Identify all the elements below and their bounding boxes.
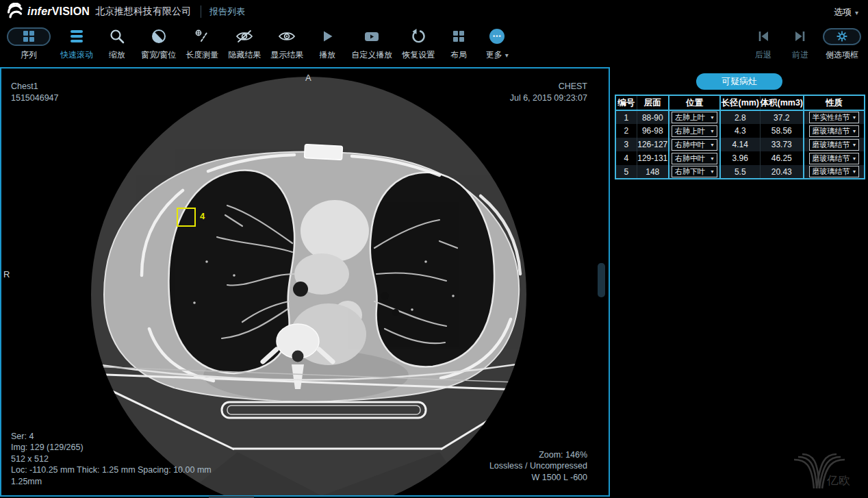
tool-window-level[interactable]: 窗宽/窗位 bbox=[141, 27, 176, 61]
dropdown-arrow-icon: ▼ bbox=[710, 142, 715, 147]
patient-name: Chest1 bbox=[11, 81, 59, 92]
magnifier-icon bbox=[109, 28, 125, 45]
title-bar: inferVISION 北京推想科技有限公司 报告列表 选项 ▾ bbox=[0, 0, 868, 23]
table-header-row: 编号 层面 位置 长径(mm) 体积(mm3) 性质 bbox=[615, 95, 865, 110]
ct-viewport[interactable]: Chest1 1515046947 CHEST Jul 6, 2015 09:2… bbox=[0, 67, 610, 497]
series-number: Ser: 4 bbox=[11, 431, 212, 443]
report-list-link[interactable]: 报告列表 bbox=[209, 5, 245, 18]
video-play-icon bbox=[363, 28, 381, 45]
render-info-overlay: Zoom: 146% Lossless / Uncompressed W 150… bbox=[489, 449, 587, 484]
nature-dropdown[interactable]: 磨玻璃结节▼ bbox=[809, 166, 860, 177]
toolbar-right: 后退 前进 bbox=[749, 27, 861, 61]
dropdown-arrow-icon: ▼ bbox=[710, 156, 715, 161]
dropdown-arrow-icon: ▼ bbox=[852, 142, 857, 147]
lesion-table: 编号 层面 位置 长径(mm) 体积(mm3) 性质 1 88-90 左肺上叶▼… bbox=[615, 95, 865, 179]
header-nature: 性质 bbox=[804, 95, 865, 110]
nature-dropdown[interactable]: 半实性结节▼ bbox=[809, 112, 860, 123]
slice-thickness: 1.25mm bbox=[11, 476, 212, 488]
lesion-roi-label: 4 bbox=[200, 211, 205, 221]
table-row[interactable]: 3 126-127 右肺中叶▼ 4.14 33.73 磨玻璃结节▼ bbox=[615, 138, 865, 151]
skip-back-icon bbox=[756, 29, 771, 44]
tool-play[interactable]: 播放 bbox=[313, 27, 342, 61]
dropdown-arrow-icon: ▼ bbox=[852, 115, 857, 120]
table-row[interactable]: 2 96-98 右肺上叶▼ 4.3 58.56 磨玻璃结节▼ bbox=[615, 124, 865, 138]
tool-layout[interactable]: 布局 bbox=[444, 27, 473, 61]
location-dropdown[interactable]: 右肺中叶▼ bbox=[672, 139, 717, 151]
patient-info-overlay: Chest1 1515046947 bbox=[11, 81, 59, 103]
grid-icon bbox=[23, 31, 34, 42]
nature-dropdown[interactable]: 磨玻璃结节▼ bbox=[809, 139, 860, 151]
tool-show-results[interactable]: 显示结果 bbox=[270, 27, 303, 61]
gear-icon bbox=[836, 30, 848, 42]
scroll-bars-icon bbox=[71, 30, 83, 42]
chevron-down-icon: ▾ bbox=[855, 9, 858, 16]
header-id: 编号 bbox=[615, 95, 637, 110]
image-number: Img: 129 (129/265) bbox=[11, 442, 212, 453]
tool-forward[interactable]: 前进 bbox=[786, 27, 815, 61]
viewport-scrollbar-thumb[interactable] bbox=[598, 263, 605, 297]
toolbar: 序列 快速滚动 缩放 窗宽/窗位 bbox=[0, 23, 868, 67]
eye-icon bbox=[277, 28, 296, 45]
header-slice: 层面 bbox=[637, 95, 669, 110]
yiou-logo-icon: 亿欧 bbox=[791, 450, 857, 490]
measure-icon bbox=[193, 28, 211, 45]
study-datetime: Jul 6, 2015 09:23:07 bbox=[510, 92, 587, 104]
header-location: 位置 bbox=[669, 95, 720, 110]
findings-panel: 可疑病灶 编号 层面 位置 长径(mm) 体积(mm3) 性质 1 88-90 … bbox=[611, 67, 868, 497]
header-volume: 体积(mm3) bbox=[760, 95, 804, 110]
app-window: inferVISION 北京推想科技有限公司 报告列表 选项 ▾ 序列 快速滚动 bbox=[0, 0, 868, 498]
side-options-pill bbox=[823, 28, 861, 45]
tool-reset-settings[interactable]: 恢复设置 bbox=[402, 27, 435, 61]
zoom-level: Zoom: 146% bbox=[489, 449, 587, 461]
options-dropdown[interactable]: 选项 ▾ bbox=[834, 6, 858, 18]
watermark: 亿欧 bbox=[791, 450, 857, 493]
skip-forward-icon bbox=[793, 29, 808, 44]
tool-zoom[interactable]: 缩放 bbox=[103, 27, 131, 61]
location-dropdown[interactable]: 左肺上叶▼ bbox=[672, 112, 717, 123]
dropdown-arrow-icon: ▼ bbox=[710, 115, 715, 120]
tool-quick-scroll[interactable]: 快速滚动 bbox=[60, 27, 93, 61]
tool-back[interactable]: 后退 bbox=[749, 27, 778, 61]
sequence-pill bbox=[7, 27, 51, 46]
layout-grid-icon bbox=[453, 31, 464, 42]
brand-name: inferVISION bbox=[27, 5, 90, 18]
infervision-logo-icon bbox=[7, 3, 23, 21]
tool-length-measure[interactable]: 长度测量 bbox=[186, 27, 218, 61]
patient-id: 1515046947 bbox=[11, 92, 59, 104]
tool-sequence[interactable]: 序列 bbox=[7, 27, 51, 61]
dropdown-arrow-icon: ▼ bbox=[852, 129, 857, 134]
table-row[interactable]: 1 88-90 左肺上叶▼ 2.8 37.2 半实性结节▼ bbox=[615, 110, 865, 124]
tool-side-options[interactable]: 侧选项框 bbox=[823, 27, 861, 61]
suspicious-lesion-button[interactable]: 可疑病灶 bbox=[696, 73, 782, 90]
undo-rotate-icon bbox=[410, 28, 426, 45]
dropdown-arrow-icon: ▼ bbox=[710, 129, 715, 134]
compression-info: Lossless / Uncompressed bbox=[489, 460, 587, 472]
window-level-values: W 1500 L -600 bbox=[489, 472, 587, 484]
lesion-roi-box[interactable] bbox=[177, 208, 196, 227]
chevron-down-icon: ▾ bbox=[505, 51, 509, 59]
svg-text:亿欧: 亿欧 bbox=[826, 474, 850, 487]
orientation-marker-right: R bbox=[3, 269, 10, 279]
dropdown-arrow-icon: ▼ bbox=[852, 156, 857, 161]
table-row[interactable]: 5 148 右肺下叶▼ 5.5 20.43 磨玻璃结节▼ bbox=[615, 165, 865, 179]
slice-location: Loc: -110.25 mm Thick: 1.25 mm Spacing: … bbox=[11, 464, 212, 476]
header-diameter: 长径(mm) bbox=[720, 95, 760, 110]
brand-logo: inferVISION bbox=[7, 3, 90, 21]
nature-dropdown[interactable]: 磨玻璃结节▼ bbox=[809, 153, 860, 164]
location-dropdown[interactable]: 右肺下叶▼ bbox=[672, 166, 717, 177]
table-row[interactable]: 4 129-131 右肺中叶▼ 3.96 46.25 磨玻璃结节▼ bbox=[615, 151, 865, 165]
location-dropdown[interactable]: 右肺中叶▼ bbox=[672, 153, 717, 164]
dropdown-arrow-icon: ▼ bbox=[852, 169, 857, 174]
location-dropdown[interactable]: 右肺上叶▼ bbox=[672, 125, 717, 137]
nature-dropdown[interactable]: 磨玻璃结节▼ bbox=[809, 125, 860, 137]
more-dots-icon: ••• bbox=[489, 29, 505, 44]
titlebar-divider bbox=[201, 5, 201, 18]
study-description: CHEST bbox=[510, 81, 587, 92]
series-info-overlay: Ser: 4 Img: 129 (129/265) 512 x 512 Loc:… bbox=[11, 431, 212, 488]
eye-off-icon bbox=[235, 28, 254, 45]
tool-custom-play[interactable]: 自定义播放 bbox=[351, 27, 392, 61]
dropdown-arrow-icon: ▼ bbox=[710, 169, 715, 174]
tool-hide-results[interactable]: 隐藏结果 bbox=[228, 27, 261, 61]
company-name: 北京推想科技有限公司 bbox=[95, 5, 191, 18]
tool-more[interactable]: ••• 更多▾ bbox=[483, 27, 511, 61]
